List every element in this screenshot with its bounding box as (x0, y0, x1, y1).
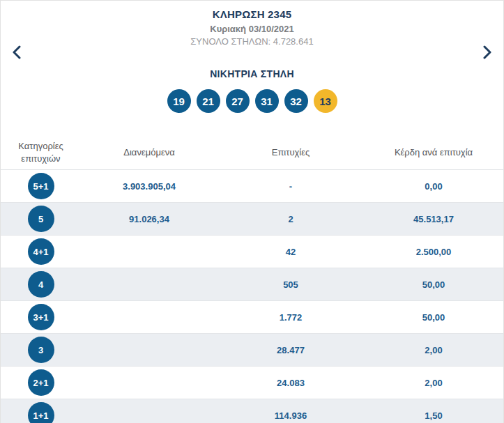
chevron-left-icon (12, 45, 22, 61)
next-draw-button[interactable] (478, 44, 496, 62)
per-winner-cell: 1,50 (364, 410, 503, 421)
winning-number-ball: 21 (197, 89, 220, 113)
category-badge: 2+1 (28, 369, 54, 396)
table-row: 591.026,34245.513,17 (1, 203, 503, 236)
draw-total-columns: ΣΥΝΟΛΟ ΣΤΗΛΩΝ: 4.728.641 (1, 36, 503, 47)
results-table-header: Κατηγορίες επιτυχιών Διανεμόμενα Επιτυχί… (1, 136, 503, 170)
table-row: 2+124.0832,00 (1, 367, 503, 399)
winners-cell: 1.772 (217, 312, 364, 323)
winning-numbers: 192127313213 (1, 89, 503, 113)
category-badge: 3+1 (28, 304, 54, 330)
draw-title: ΚΛΗΡΩΣΗ 2345 (1, 8, 503, 20)
winners-cell: 2 (217, 214, 364, 224)
distributed-cell: 91.026,34 (81, 214, 217, 224)
winners-cell: - (217, 181, 364, 192)
results-table: Κατηγορίες επιτυχιών Διανεμόμενα Επιτυχί… (1, 136, 503, 423)
per-winner-cell: 50,00 (364, 279, 503, 290)
table-row: 3+11.77250,00 (1, 301, 503, 334)
category-badge: 4+1 (28, 238, 54, 265)
header-categories: Κατηγορίες επιτυχιών (1, 140, 81, 164)
category-badge: 1+1 (28, 402, 54, 423)
table-row: 1+1114.9361,50 (1, 399, 503, 423)
per-winner-cell: 0,00 (364, 181, 503, 192)
chevron-right-icon (482, 45, 492, 61)
previous-draw-button[interactable] (8, 44, 26, 62)
joker-number-ball: 13 (314, 89, 337, 113)
per-winner-cell: 50,00 (364, 312, 503, 323)
table-row: 4+1422.500,00 (1, 236, 503, 268)
winning-number-ball: 32 (284, 89, 308, 113)
winning-number-ball: 31 (255, 89, 279, 113)
draw-results-card: ΚΛΗΡΩΣΗ 2345 Κυριακή 03/10/2021 ΣΥΝΟΛΟ Σ… (0, 0, 504, 423)
header-per-winner: Κέρδη ανά επιτυχία (364, 146, 503, 159)
per-winner-cell: 2,00 (364, 345, 503, 355)
distributed-cell: 3.903.905,04 (81, 181, 217, 192)
category-badge: 5+1 (28, 173, 54, 199)
winners-cell: 42 (217, 247, 364, 257)
table-row: 328.4772,00 (1, 334, 503, 367)
draw-date: Κυριακή 03/10/2021 (1, 24, 503, 34)
winning-number-ball: 19 (167, 89, 191, 113)
winners-cell: 28.477 (217, 345, 364, 355)
results-table-body: 5+13.903.905,04-0,00591.026,34245.513,17… (1, 170, 503, 423)
winning-number-ball: 27 (226, 89, 250, 113)
winners-cell: 505 (217, 279, 364, 290)
per-winner-cell: 2,00 (364, 378, 503, 388)
category-badge: 3 (28, 337, 54, 363)
winning-column-label: ΝΙΚΗΤΡΙΑ ΣΤΗΛΗ (1, 68, 503, 79)
table-row: 450550,00 (1, 268, 503, 301)
per-winner-cell: 45.513,17 (364, 214, 503, 224)
header-distributed: Διανεμόμενα (81, 146, 217, 159)
table-row: 5+13.903.905,04-0,00 (1, 170, 503, 203)
category-badge: 4 (28, 271, 54, 298)
winners-cell: 24.083 (217, 378, 364, 388)
header-winners: Επιτυχίες (217, 146, 364, 159)
winners-cell: 114.936 (217, 410, 364, 421)
draw-header: ΚΛΗΡΩΣΗ 2345 Κυριακή 03/10/2021 ΣΥΝΟΛΟ Σ… (1, 1, 503, 47)
category-badge: 5 (28, 206, 54, 232)
per-winner-cell: 2.500,00 (364, 247, 503, 257)
